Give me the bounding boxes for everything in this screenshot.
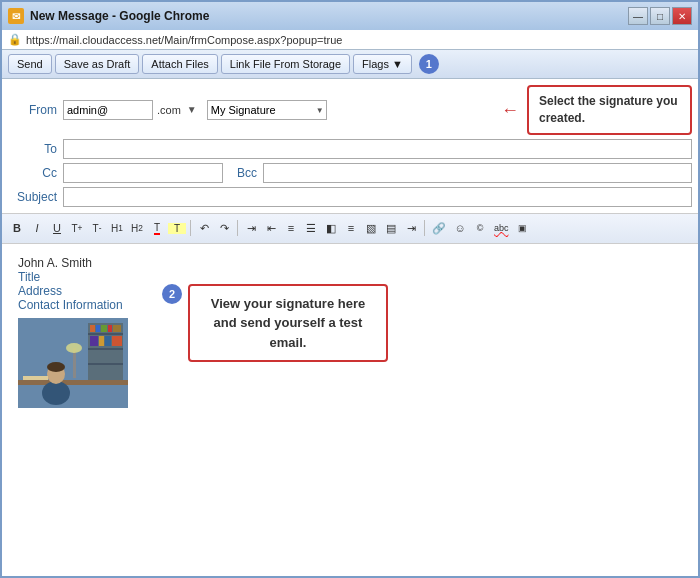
callout1-container: Select the signature you created. — [527, 85, 692, 135]
separator-1 — [190, 220, 191, 236]
title-bar: ✉ New Message - Google Chrome — □ ✕ — [2, 2, 698, 30]
sig-photo — [18, 318, 128, 408]
main-toolbar: Send Save as Draft Attach Files Link Fil… — [2, 50, 698, 79]
from-email-input[interactable] — [63, 100, 153, 120]
subject-row: Subject — [2, 185, 698, 209]
unordered-list-button[interactable]: ☰ — [302, 221, 320, 236]
cc-label: Cc — [8, 166, 63, 180]
cc-bcc-row: Cc Bcc — [2, 161, 698, 185]
callout2-wrapper: 2 View your signature here and send your… — [162, 284, 388, 363]
email-body[interactable]: John A. Smith Title Address Contact Info… — [2, 244, 698, 576]
decrease-text-button[interactable]: T- — [88, 222, 106, 235]
source-button[interactable]: ▣ — [514, 222, 532, 234]
attach-files-button[interactable]: Attach Files — [142, 54, 217, 74]
signature-select[interactable]: My Signature None — [207, 100, 327, 120]
callout2-box: View your signature here and send yourse… — [188, 284, 388, 363]
close-button[interactable]: ✕ — [672, 7, 692, 25]
align-right-button[interactable]: ▧ — [362, 221, 380, 236]
from-row: From .com ▼ My Signature None ▼ ← — [2, 83, 698, 137]
svg-point-15 — [42, 381, 70, 405]
redo-button[interactable]: ↷ — [215, 221, 233, 236]
ordered-list-button[interactable]: ≡ — [282, 221, 300, 235]
svg-point-20 — [66, 343, 82, 353]
svg-point-17 — [47, 362, 65, 372]
save-draft-button[interactable]: Save as Draft — [55, 54, 140, 74]
text-color-button[interactable]: T — [148, 221, 166, 236]
align-center-button[interactable]: ≡ — [342, 221, 360, 235]
increase-text-button[interactable]: T+ — [68, 222, 86, 235]
separator-2 — [237, 220, 238, 236]
align-left-button[interactable]: ◧ — [322, 221, 340, 236]
cc-input[interactable] — [63, 163, 223, 183]
svg-rect-11 — [99, 336, 104, 346]
highlight-button[interactable]: T — [168, 223, 186, 234]
undo-button[interactable]: ↶ — [195, 221, 213, 236]
svg-rect-9 — [113, 325, 121, 332]
indent-button[interactable]: ⇥ — [242, 221, 260, 236]
underline-button[interactable]: U — [48, 221, 66, 235]
step2-badge: 2 — [162, 284, 182, 304]
svg-rect-18 — [23, 376, 48, 380]
svg-rect-7 — [101, 325, 107, 332]
separator-3 — [424, 220, 425, 236]
callout1-text: Select the signature you created. — [539, 94, 678, 125]
svg-rect-3 — [88, 348, 123, 350]
callout2-text: View your signature here and send yourse… — [211, 296, 365, 350]
step1-badge: 1 — [419, 54, 439, 74]
spellcheck-button[interactable]: abc — [491, 222, 512, 234]
svg-rect-6 — [96, 325, 100, 332]
emoji-button[interactable]: ☺ — [451, 221, 469, 235]
indent2-button[interactable]: ⇥ — [402, 221, 420, 236]
sig-photo-svg — [18, 318, 128, 408]
svg-rect-13 — [112, 336, 122, 346]
maximize-button[interactable]: □ — [650, 7, 670, 25]
h1-button[interactable]: H1 — [108, 222, 126, 235]
bold-button[interactable]: B — [8, 221, 26, 235]
italic-button[interactable]: I — [28, 221, 46, 235]
svg-rect-5 — [90, 325, 95, 332]
from-domain-text: .com — [157, 104, 181, 116]
from-dropdown-arrow[interactable]: ▼ — [187, 104, 197, 115]
window-title: New Message - Google Chrome — [30, 9, 622, 23]
justify-button[interactable]: ▤ — [382, 221, 400, 236]
special-char-button[interactable]: © — [471, 222, 489, 234]
window-controls: — □ ✕ — [628, 7, 692, 25]
svg-rect-12 — [105, 336, 111, 346]
sig-title: Title — [18, 270, 682, 284]
link-file-button[interactable]: Link File From Storage — [221, 54, 350, 74]
sig-photo-inner — [18, 318, 128, 408]
to-label: To — [8, 142, 63, 156]
flags-button[interactable]: Flags ▼ — [353, 54, 412, 74]
address-bar: 🔒 https://mail.cloudaccess.net/Main/frmC… — [2, 30, 698, 50]
svg-rect-2 — [88, 333, 123, 335]
callout1-arrow: ← — [501, 99, 519, 120]
svg-rect-14 — [18, 380, 128, 385]
lock-icon: 🔒 — [8, 33, 22, 46]
compose-form: From .com ▼ My Signature None ▼ ← — [2, 79, 698, 214]
url-text: https://mail.cloudaccess.net/Main/frmCom… — [26, 34, 342, 46]
link-button[interactable]: 🔗 — [429, 221, 449, 236]
subject-input[interactable] — [63, 187, 692, 207]
app-icon: ✉ — [8, 8, 24, 24]
main-window: ✉ New Message - Google Chrome — □ ✕ 🔒 ht… — [0, 0, 700, 578]
bcc-label: Bcc — [231, 166, 263, 180]
format-toolbar: B I U T+ T- H1 H2 T T ↶ ↷ ⇥ ⇤ ≡ ☰ ◧ ≡ ▧ … — [2, 214, 698, 244]
sig-name: John A. Smith — [18, 256, 682, 270]
outdent-button[interactable]: ⇤ — [262, 221, 280, 236]
to-row: To — [2, 137, 698, 161]
svg-rect-4 — [88, 363, 123, 365]
flags-arrow-icon: ▼ — [392, 58, 403, 70]
svg-rect-10 — [90, 336, 98, 346]
send-button[interactable]: Send — [8, 54, 52, 74]
h2-button[interactable]: H2 — [128, 222, 146, 235]
from-label: From — [8, 103, 63, 117]
minimize-button[interactable]: — — [628, 7, 648, 25]
svg-rect-8 — [108, 325, 112, 332]
subject-label: Subject — [8, 190, 63, 204]
bcc-input[interactable] — [263, 163, 692, 183]
to-input[interactable] — [63, 139, 692, 159]
callout1-box: Select the signature you created. — [527, 85, 692, 135]
